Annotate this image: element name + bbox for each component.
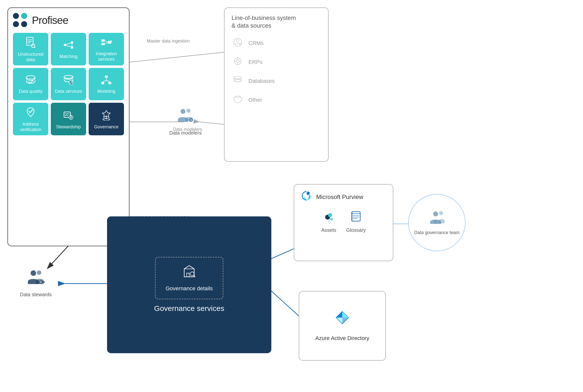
tile-data-services-label: Data services [55,89,82,94]
svg-line-32 [105,42,108,44]
erps-icon [231,56,244,68]
svg-point-62 [180,109,185,114]
other-label: Other [248,97,262,103]
tile-address-verification-label: Address verification [15,122,46,132]
svg-point-47 [71,116,72,117]
lob-item-databases: Databases [231,75,321,87]
purview-header: Microsoft Purview [300,190,387,204]
lob-item-other: Other [231,94,321,106]
tile-data-quality[interactable]: Data quality [13,68,48,100]
tile-address-verification[interactable]: Address verification [13,103,48,135]
svg-line-14 [271,249,294,259]
svg-rect-29 [101,39,105,42]
svg-point-34 [26,76,35,79]
gov-details-box: Governance details [155,257,223,299]
logo-dot-3 [13,21,19,27]
module-grid: Unstructured data Matching [13,33,124,135]
purview-title: Microsoft Purview [316,194,363,200]
tile-data-quality-label: Data quality [19,89,42,94]
gov-services-box: Governance details Governance services [107,216,271,353]
svg-rect-91 [434,220,437,224]
data-modelers-icon: ⚙ [175,107,195,128]
integration-services-icon [101,37,112,49]
tile-matching[interactable]: Matching [51,33,86,66]
svg-marker-87 [342,318,349,324]
gov-team-circle: Data governance team [408,194,465,251]
svg-line-5 [129,52,224,62]
svg-point-55 [236,60,239,63]
svg-marker-86 [336,312,342,318]
svg-point-52 [236,40,239,42]
svg-rect-38 [101,82,104,84]
svg-rect-78 [352,212,360,221]
purview-items: Assets Glossary [300,210,387,233]
purview-glossary: Glossary [346,210,366,233]
svg-point-89 [433,212,438,216]
other-icon [231,94,244,106]
data-stewards-group: Data stewards [20,269,52,298]
svg-line-22 [34,47,35,48]
svg-rect-83 [351,212,353,221]
matching-icon [63,40,74,52]
svg-point-77 [330,218,333,220]
tile-governance[interactable]: Governance [89,103,124,135]
profisee-title: Profisee [32,14,68,26]
svg-point-70 [37,270,41,275]
assets-label: Assets [321,227,336,233]
svg-text:⚙: ⚙ [190,119,192,122]
gov-details-icon [182,264,197,282]
svg-line-15 [271,291,299,316]
purview-assets: Assets [321,210,336,233]
erps-label: ERPs [248,59,262,66]
lob-item-crms: CRMs [231,37,321,49]
svg-point-35 [64,75,73,78]
gov-services-label: Governance services [154,304,224,313]
data-modelers-label: Data modelers [173,127,202,132]
svg-line-31 [105,40,108,42]
svg-point-73 [307,192,310,194]
tile-modeling-label: Modeling [97,89,115,94]
svg-point-76 [328,213,332,217]
logo-dot-4 [21,21,27,27]
crms-label: CRMs [248,40,264,46]
tile-modeling[interactable]: Modeling [89,68,124,100]
crms-icon [231,37,244,49]
address-verification-icon [26,107,36,119]
glossary-icon [350,210,362,225]
profisee-box: Profisee Unstructured data [8,8,129,246]
svg-point-24 [71,41,73,44]
tile-unstructured-data-label: Unstructured data [15,52,46,62]
data-services-icon [63,75,74,86]
assets-icon [323,210,335,225]
data-stewards-icon [26,269,46,289]
svg-point-60 [234,76,241,79]
databases-icon [231,75,244,87]
tile-stewardship[interactable]: Stewardship [51,103,86,135]
lob-item-erps: ERPs [231,56,321,68]
tile-integration-services-label: Integration services [91,51,122,62]
azure-ad-box: Azure Active Directory [299,291,386,361]
tile-unstructured-data[interactable]: Unstructured data [13,33,48,66]
svg-line-26 [66,43,71,44]
unstructured-data-icon [26,37,36,49]
databases-label: Databases [248,78,274,84]
svg-rect-39 [108,82,111,84]
lob-title: Line-of-business system& data sources [231,14,321,29]
profisee-header: Profisee [13,13,124,28]
svg-point-25 [71,46,73,49]
purview-icon [300,190,313,204]
tile-integration-services[interactable]: Integration services [89,33,124,66]
tile-stewardship-label: Stewardship [56,124,81,130]
svg-point-90 [439,211,443,215]
logo-dot-2 [21,13,27,19]
gov-team-icon [428,210,446,227]
svg-rect-37 [105,75,108,78]
gov-details-label: Governance details [166,285,213,292]
svg-point-69 [31,270,36,276]
azure-ad-icon [334,310,351,331]
tile-data-services[interactable]: Data services [51,68,86,100]
master-data-ingestion-label: Master data ingestion [147,38,190,44]
glossary-label: Glossary [346,227,366,233]
svg-line-42 [106,80,110,82]
governance-icon [101,110,112,122]
